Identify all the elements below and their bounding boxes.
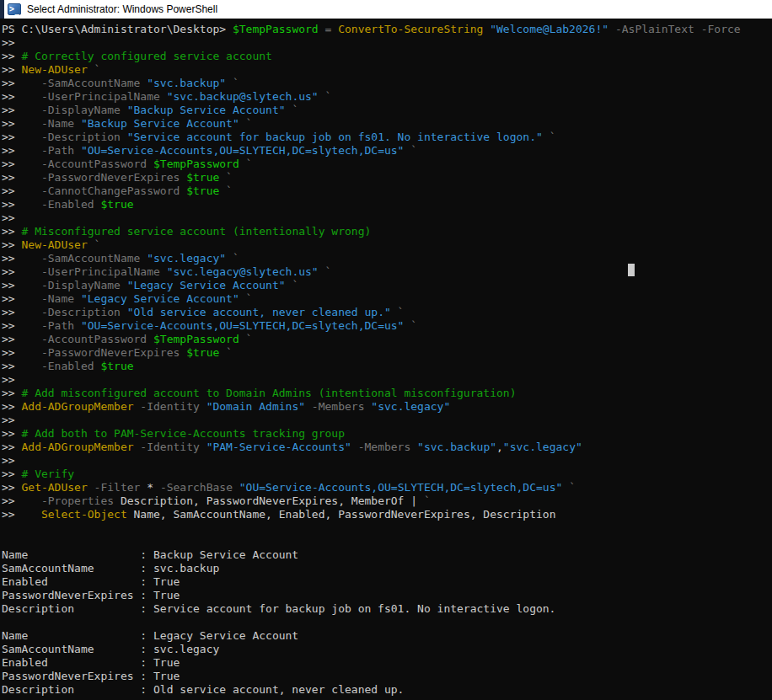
terminal-line: >> -AccountPassword $TempPassword `	[2, 158, 772, 171]
terminal-line: >> -Name "Backup Service Account" `	[2, 117, 772, 131]
terminal-line: >> -Path "OU=Service-Accounts,OU=SLYTECH…	[2, 144, 772, 158]
terminal-line	[2, 535, 772, 548]
terminal-output: PS C:\Users\Administrator\Desktop> $Temp…	[2, 23, 772, 697]
terminal-line: >> -SamAccountName "svc.legacy" `	[2, 252, 772, 265]
title-bar[interactable]: > _ Select Administrator: Windows PowerS…	[0, 0, 772, 19]
terminal-line: >>	[2, 414, 772, 427]
powershell-window: > _ Select Administrator: Windows PowerS…	[0, 0, 772, 700]
terminal-line: >> -PasswordNeverExpires $true `	[2, 346, 772, 360]
terminal-line: >> New-ADUser `	[2, 238, 772, 252]
terminal-line: >> -DisplayName "Backup Service Account"…	[2, 104, 772, 117]
terminal[interactable]: PS C:\Users\Administrator\Desktop> $Temp…	[0, 19, 772, 700]
terminal-line: >> -UserPrincipalName "svc.legacy@slytec…	[2, 265, 772, 279]
terminal-line: >> # Verify	[2, 468, 772, 481]
terminal-line: >>	[2, 36, 772, 50]
terminal-line: >>	[2, 373, 772, 387]
terminal-line: >> Get-ADUser -Filter * -SearchBase "OU=…	[2, 481, 772, 494]
terminal-line: PasswordNeverExpires : True	[2, 589, 772, 602]
powershell-icon[interactable]: > _	[8, 3, 21, 15]
terminal-line: >> -AccountPassword $TempPassword `	[2, 333, 772, 346]
terminal-line: PS C:\Users\Administrator\Desktop> $Temp…	[2, 23, 772, 36]
terminal-line: >> Add-ADGroupMember -Identity "Domain A…	[2, 400, 772, 414]
terminal-line: >> # Correctly configured service accoun…	[2, 50, 772, 63]
terminal-line: Name : Legacy Service Account	[2, 629, 772, 643]
terminal-line: >> -Enabled $true	[2, 198, 772, 211]
powershell-icon-arrow: >	[9, 3, 14, 15]
terminal-line: >> -SamAccountName "svc.backup" `	[2, 77, 772, 90]
window-edge	[0, 0, 4, 19]
terminal-line: >> # Add misconfigured account to Domain…	[2, 387, 772, 400]
terminal-line: >> # Misconfigured service account (inte…	[2, 225, 772, 238]
window-title: Select Administrator: Windows PowerShell	[27, 3, 217, 15]
terminal-line: >> -UserPrincipalName "svc.backup@slytec…	[2, 90, 772, 104]
text-cursor	[628, 264, 635, 276]
terminal-line: >> -Enabled $true	[2, 360, 772, 373]
terminal-line: Name : Backup Service Account	[2, 548, 772, 562]
terminal-line: >> # Add both to PAM-Service-Accounts tr…	[2, 427, 772, 441]
terminal-line: >> -Description "Old service account, ne…	[2, 306, 772, 319]
terminal-line: SamAccountName : svc.backup	[2, 562, 772, 575]
terminal-line: SamAccountName : svc.legacy	[2, 643, 772, 656]
terminal-line: Description : Service account for backup…	[2, 602, 772, 616]
terminal-line: >> -Path "OU=Service-Accounts,OU=SLYTECH…	[2, 319, 772, 333]
powershell-icon-underscore: _	[15, 7, 19, 15]
terminal-line: >> Add-ADGroupMember -Identity "PAM-Serv…	[2, 441, 772, 454]
terminal-line: PasswordNeverExpires : True	[2, 670, 772, 683]
terminal-line	[2, 616, 772, 629]
terminal-line: >>	[2, 454, 772, 468]
terminal-line: >> -Properties Description, PasswordNeve…	[2, 494, 772, 508]
terminal-line: >> -DisplayName "Legacy Service Account"…	[2, 279, 772, 292]
terminal-line: >>	[2, 211, 772, 225]
terminal-line: >> -CannotChangePassword $true `	[2, 184, 772, 198]
terminal-line: Description : Old service account, never…	[2, 683, 772, 697]
terminal-line: >> -PasswordNeverExpires $true `	[2, 171, 772, 184]
terminal-line: >> New-ADUser `	[2, 63, 772, 77]
terminal-line	[2, 521, 772, 535]
terminal-line: >> -Description "Service account for bac…	[2, 131, 772, 144]
terminal-line: Enabled : True	[2, 656, 772, 670]
terminal-line: >> -Name "Legacy Service Account" `	[2, 292, 772, 306]
terminal-line: Enabled : True	[2, 575, 772, 589]
terminal-line: >> Select-Object Name, SamAccountName, E…	[2, 508, 772, 521]
